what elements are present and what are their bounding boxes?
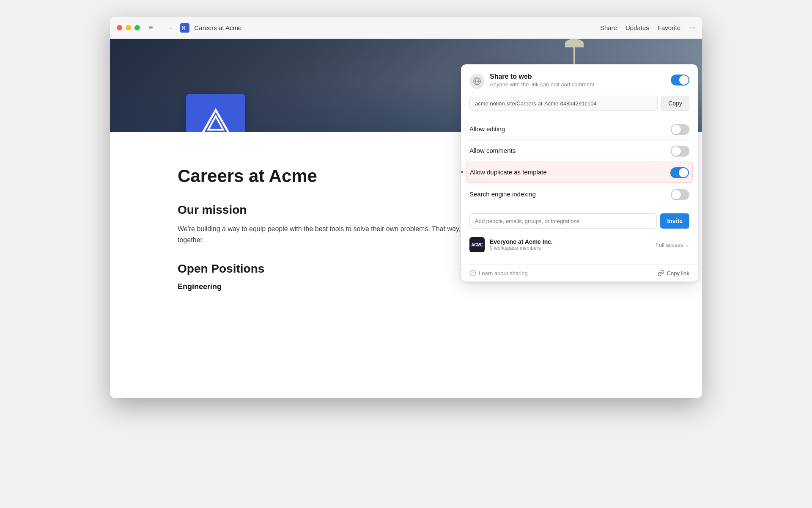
notion-icon: N [182, 25, 188, 31]
learn-about-sharing-label: Learn about sharing [479, 270, 528, 276]
forward-button[interactable]: → [167, 24, 173, 32]
member-row: ACME Everyone at Acme Inc. 9 workspace m… [469, 234, 689, 256]
close-button[interactable] [117, 25, 122, 30]
url-input[interactable] [469, 96, 658, 111]
member-avatar: ACME [469, 237, 485, 252]
updates-button[interactable]: Updates [625, 24, 649, 31]
minimize-button[interactable] [126, 25, 131, 30]
panel-footer: ? Learn about sharing Copy link [461, 264, 698, 282]
globe-svg [473, 77, 481, 86]
allow-duplicate-row: Allow duplicate as template [466, 161, 693, 183]
share-to-web-text: Share to web Anyone with the link can ed… [490, 73, 671, 88]
svg-text:N: N [182, 25, 185, 30]
member-avatar-text: ACME [471, 243, 483, 247]
share-to-web-row: Share to web Anyone with the link can ed… [469, 73, 689, 89]
search-indexing-row: Search engine indexing [469, 183, 689, 204]
invite-button[interactable]: Invite [660, 213, 689, 229]
allow-editing-row: Allow editing [469, 118, 689, 139]
svg-marker-1 [202, 110, 229, 132]
annotation-arrow [461, 166, 467, 178]
member-access-label: Full access [656, 242, 683, 248]
engineering-label: Engineering [178, 282, 634, 291]
allow-duplicate-label: Allow duplicate as template [470, 168, 670, 176]
allow-duplicate-toggle[interactable] [670, 167, 689, 178]
allow-comments-toggle[interactable] [671, 146, 689, 157]
member-access-dropdown[interactable]: Full access ⌄ [656, 242, 689, 248]
share-to-web-toggle[interactable] [671, 75, 689, 86]
traffic-lights [117, 25, 140, 30]
nav-arrows: ← → [158, 24, 173, 32]
titlebar-page-title: Careers at Acme [195, 24, 242, 31]
allow-duplicate-wrapper: Allow duplicate as template [469, 161, 689, 183]
allow-editing-label: Allow editing [469, 125, 671, 133]
share-button[interactable]: Share [600, 24, 617, 31]
page-app-icon: N [180, 23, 189, 33]
menu-icon[interactable]: ≡ [148, 23, 153, 32]
invite-row: Invite [469, 213, 689, 229]
allow-editing-toggle[interactable] [671, 124, 689, 135]
share-to-web-subtitle: Anyone with the link can edit and commen… [490, 81, 671, 88]
member-name: Everyone at Acme Inc. [490, 238, 656, 245]
allow-comments-row: Allow comments [469, 139, 689, 161]
app-window: ≡ ← → N Careers at Acme Share Updates Fa… [110, 17, 702, 398]
chevron-down-icon: ⌄ [685, 242, 689, 248]
link-icon [658, 270, 664, 276]
globe-icon [469, 74, 485, 89]
copy-url-button[interactable]: Copy [661, 96, 689, 111]
member-subtitle: 9 workspace members [490, 245, 656, 251]
favorite-button[interactable]: Favorite [658, 24, 680, 31]
company-logo-icon [199, 107, 233, 132]
learn-about-sharing-link[interactable]: ? Learn about sharing [469, 270, 528, 276]
content-area: Careers at Acme Our mission We're buildi… [110, 39, 702, 398]
more-menu-button[interactable]: ··· [689, 23, 695, 32]
share-to-web-title: Share to web [490, 73, 671, 80]
fullscreen-button[interactable] [134, 25, 140, 30]
search-indexing-toggle[interactable] [671, 189, 689, 200]
allow-comments-label: Allow comments [469, 147, 671, 154]
search-indexing-label: Search engine indexing [469, 190, 671, 198]
share-panel-inner: Share to web Anyone with the link can ed… [461, 64, 698, 264]
help-icon: ? [469, 270, 476, 276]
copy-link-button[interactable]: Copy link [658, 270, 689, 276]
copy-link-label: Copy link [667, 270, 689, 276]
panel-divider-1 [469, 208, 689, 208]
invite-input[interactable] [469, 213, 657, 229]
share-panel: Share to web Anyone with the link can ed… [461, 64, 698, 282]
url-row: Copy [469, 96, 689, 111]
titlebar-actions: Share Updates Favorite ··· [600, 23, 695, 32]
back-button[interactable]: ← [158, 24, 165, 32]
titlebar: ≡ ← → N Careers at Acme Share Updates Fa… [110, 17, 702, 39]
svg-text:?: ? [472, 271, 474, 275]
company-logo-box [186, 94, 245, 132]
member-info: Everyone at Acme Inc. 9 workspace member… [490, 238, 656, 251]
